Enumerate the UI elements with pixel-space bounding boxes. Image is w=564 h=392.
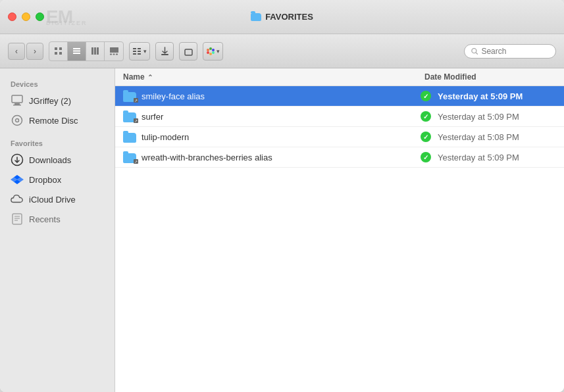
table-row[interactable]: ↗ smiley-face alias ✓ Yesterday at 5:09 … [115,86,564,107]
recents-icon [11,212,24,226]
svg-rect-8 [94,47,96,55]
sidebar-label-remote-disc: Remote Disc [29,116,78,126]
downloads-icon [11,153,24,166]
svg-rect-6 [73,53,80,54]
maximize-button[interactable] [36,12,44,21]
file-rows-container: ↗ smiley-face alias ✓ Yesterday at 5:09 … [115,86,564,168]
share-button[interactable] [179,42,197,61]
sidebar-item-icloud[interactable]: iCloud Drive [0,189,115,209]
svg-line-29 [476,53,477,54]
svg-rect-4 [73,48,80,49]
file-icon-wrap [123,131,138,143]
svg-point-27 [212,51,215,54]
svg-rect-30 [12,95,22,103]
svg-rect-3 [59,52,62,55]
svg-rect-15 [133,51,136,52]
alias-badge: ↗ [134,98,138,103]
svg-rect-32 [13,105,21,106]
file-list-header: Name ⌃ Date Modified [115,68,564,86]
svg-rect-21 [185,49,192,55]
svg-point-34 [16,119,19,122]
sidebar: Devices JGriffey (2) [0,68,115,392]
alias-badge: ↗ [134,118,138,123]
content-area: Devices JGriffey (2) [0,68,564,392]
svg-rect-17 [138,48,141,49]
sidebar-item-jgriffey[interactable]: JGriffey (2) [0,91,115,110]
sidebar-label-jgriffey: JGriffey (2) [29,96,71,106]
title-bar: EM DIGITIZER FAVORITES [0,0,564,34]
svg-rect-5 [73,51,80,52]
sync-status-icon: ✓ [421,152,431,162]
table-row[interactable]: tulip-modern ✓ Yesterday at 5:08 PM [115,127,564,147]
sidebar-label-downloads: Downloads [29,155,71,165]
sync-status-icon: ✓ [421,91,431,101]
svg-point-33 [13,116,22,126]
close-button[interactable] [8,12,16,21]
sidebar-item-recents[interactable]: Recents [0,209,115,229]
sidebar-item-downloads[interactable]: Downloads [0,150,115,170]
tag-button[interactable]: ▾ [203,42,223,61]
devices-header: Devices [0,76,115,91]
file-status: ✓ [418,111,434,122]
table-row[interactable]: ↗ wreath-with-branches-berries alias ✓ Y… [115,147,564,168]
table-row[interactable]: ↗ surfer ✓ Yesterday at 5:09 PM [115,107,564,127]
svg-point-28 [472,48,476,53]
sort-arrow-icon: ⌃ [147,74,153,81]
back-button[interactable]: ‹ [8,43,25,60]
column-view-button[interactable] [86,42,105,61]
file-date: Yesterday at 5:08 PM [438,132,556,142]
search-input[interactable] [481,47,549,56]
file-name: surfer [141,112,414,122]
file-status: ✓ [418,91,434,101]
column-date-header[interactable]: Date Modified [424,72,556,82]
disc-icon [11,114,24,127]
file-name: wreath-with-branches-berries alias [141,153,414,162]
svg-rect-0 [55,47,57,50]
favorites-header: Favorites [0,135,115,150]
svg-rect-12 [113,54,115,55]
sidebar-label-icloud: iCloud Drive [29,195,76,205]
sidebar-item-remote-disc[interactable]: Remote Disc [0,110,115,130]
svg-point-22 [207,49,209,51]
icloud-icon [11,193,24,206]
search-box[interactable] [464,44,556,59]
forward-button[interactable]: › [26,43,43,60]
watermark-digitizer: DIGITIZER [46,20,88,26]
nav-buttons: ‹ › [8,43,43,60]
computer-icon [11,94,24,107]
traffic-lights [8,12,44,21]
svg-rect-2 [55,52,57,55]
column-name-header[interactable]: Name ⌃ [123,72,421,82]
tag-dropdown-arrow: ▾ [217,48,220,55]
file-name: smiley-face alias [141,91,414,101]
title-folder-icon [251,13,261,21]
file-status: ✓ [418,152,434,162]
svg-rect-13 [116,54,118,55]
sidebar-label-dropbox: Dropbox [29,175,61,185]
finder-window: EM DIGITIZER FAVORITES ‹ › [0,0,564,392]
file-date: Yesterday at 5:09 PM [438,153,556,162]
arrange-button[interactable]: ▾ [129,42,150,61]
action-button[interactable] [155,42,174,61]
sync-status-icon: ✓ [421,111,431,122]
list-view-button[interactable] [68,42,86,61]
minimize-button[interactable] [22,12,30,21]
svg-rect-31 [14,103,20,105]
sidebar-label-recents: Recents [29,214,61,224]
gallery-view-button[interactable] [105,42,123,61]
file-list: Name ⌃ Date Modified ↗ smiley-face alias… [115,68,564,392]
alias-badge: ↗ [134,159,138,164]
icon-view-button[interactable] [49,42,68,61]
svg-rect-16 [133,53,136,55]
svg-point-23 [209,47,212,50]
svg-rect-20 [161,54,168,55]
folder-icon [123,133,136,143]
svg-rect-18 [138,51,141,52]
svg-rect-14 [133,48,136,49]
search-icon [471,47,478,55]
file-name: tulip-modern [141,132,414,142]
file-icon-wrap: ↗ [123,151,138,163]
svg-point-25 [207,51,209,54]
sidebar-item-dropbox[interactable]: Dropbox [0,170,115,189]
file-status: ✓ [418,132,434,142]
